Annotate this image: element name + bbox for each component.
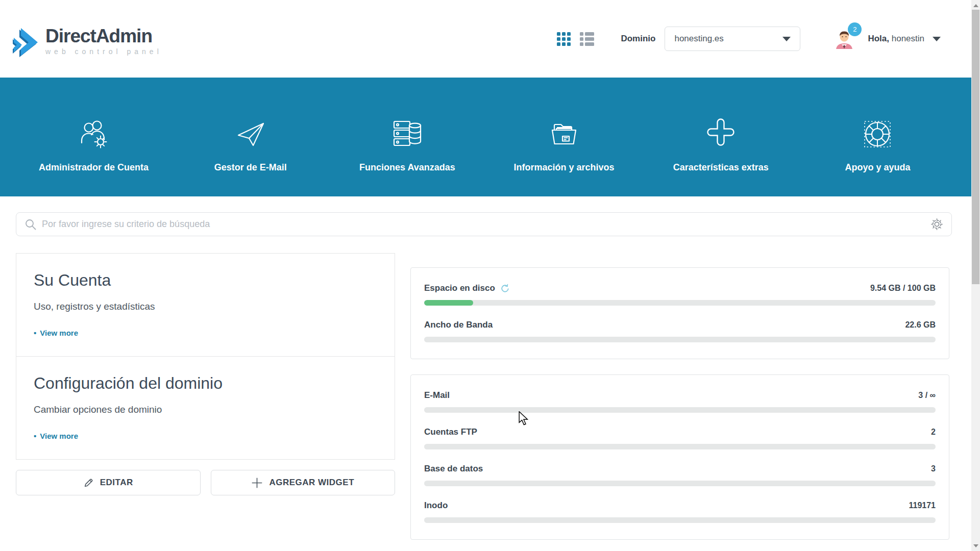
usage-label: E-Mail <box>424 390 450 400</box>
nav-item-extra-features[interactable]: Características extras <box>643 78 799 196</box>
triangle-down-icon <box>973 544 978 547</box>
logo-title: DirectAdmin <box>45 27 162 45</box>
view-more-link[interactable]: •View more <box>34 329 78 337</box>
progress-bar <box>424 407 936 413</box>
header: DirectAdmin web control panel <box>0 0 971 78</box>
usage-row-inode: Inodo 119171 <box>424 497 936 527</box>
grid-view-icon[interactable] <box>557 32 571 46</box>
paper-plane-icon <box>172 117 329 151</box>
edit-button[interactable]: EDITAR <box>16 470 201 495</box>
usage-label: Base de datos <box>424 464 483 474</box>
progress-bar <box>424 300 936 306</box>
add-widget-button[interactable]: AGREGAR WIDGET <box>211 470 396 495</box>
usage-row-databases: Base de datos 3 <box>424 461 936 490</box>
user-greeting: Hola, honestin <box>868 34 924 44</box>
usage-label: Cuentas FTP <box>424 427 477 437</box>
lifebuoy-icon <box>799 117 956 151</box>
folder-files-icon <box>486 117 643 151</box>
widget-your-account: Su Cuenta Uso, registros y estadísticas … <box>16 254 395 356</box>
directadmin-logo-icon <box>13 27 38 57</box>
view-more-link[interactable]: •View more <box>34 432 78 440</box>
widget-domain-setup: Configuración del dominio Cambiar opcion… <box>16 356 395 459</box>
domain-label: Dominio <box>621 34 655 44</box>
usage-row-disk: Espacio en disco 9.54 GB / 100 GB <box>424 280 936 310</box>
nav-item-label: Gestor de E-Mail <box>172 162 329 173</box>
list-view-icon[interactable] <box>580 32 594 46</box>
search-input[interactable] <box>42 219 930 230</box>
usage-value: 22.6 GB <box>905 320 936 330</box>
notification-badge: 2 <box>848 22 862 36</box>
nav-item-label: Características extras <box>643 162 799 173</box>
gear-icon <box>930 218 943 231</box>
avatar: 2 <box>834 29 854 49</box>
disk-bandwidth-card: Espacio en disco 9.54 GB / 100 GB <box>410 267 949 359</box>
quotas-card: E-Mail 3 / ∞ Cuentas FTP 2 Base de datos <box>410 374 949 540</box>
search-bar <box>16 212 952 236</box>
view-more-label: View more <box>40 432 78 440</box>
scroll-up-button[interactable] <box>971 1 980 10</box>
server-database-icon <box>329 117 485 151</box>
bullet-icon: • <box>34 329 36 337</box>
view-toggle <box>557 32 594 46</box>
nav-item-advanced-features[interactable]: Funciones Avanzadas <box>329 78 485 196</box>
usage-label-text: Espacio en disco <box>424 283 495 293</box>
user-greeting-bold: Hola, <box>868 34 889 43</box>
triangle-up-icon <box>973 4 978 7</box>
plus-icon <box>643 117 799 151</box>
nav-item-info-files[interactable]: Información y archivos <box>486 78 643 196</box>
pencil-icon <box>83 478 94 488</box>
widget-title: Su Cuenta <box>34 271 377 290</box>
left-column: Su Cuenta Uso, registros y estadísticas … <box>16 253 395 540</box>
search-settings-button[interactable] <box>930 218 943 231</box>
add-widget-button-label: AGREGAR WIDGET <box>269 478 354 488</box>
progress-bar <box>424 517 936 523</box>
users-gear-icon <box>15 117 172 151</box>
usage-value: 2 <box>931 428 936 437</box>
logo-text: DirectAdmin web control panel <box>45 27 162 56</box>
widget-title: Configuración del dominio <box>34 374 377 393</box>
usage-row-ftp: Cuentas FTP 2 <box>424 424 936 454</box>
progress-bar <box>424 337 936 342</box>
header-right: Dominio honesting.es 2 <box>557 0 941 78</box>
edit-button-label: EDITAR <box>100 478 133 488</box>
widget-subtitle: Cambiar opciones de dominio <box>34 404 377 415</box>
bullet-icon: • <box>34 432 36 440</box>
domain-dropdown-value: honesting.es <box>674 34 723 44</box>
scrollbar-thumb[interactable] <box>972 10 979 284</box>
usage-value: 119171 <box>909 501 936 510</box>
user-name: honestin <box>892 34 924 43</box>
vertical-scrollbar[interactable] <box>971 0 980 551</box>
domain-dropdown[interactable]: honesting.es <box>665 27 800 51</box>
widgets-panel: Su Cuenta Uso, registros y estadísticas … <box>16 253 395 460</box>
user-menu[interactable]: 2 Hola, honestin <box>834 29 941 49</box>
scroll-down-button[interactable] <box>971 541 980 550</box>
usage-value: 3 <box>931 464 936 473</box>
nav-item-label: Apoyo y ayuda <box>799 162 956 173</box>
progress-bar <box>424 481 936 486</box>
refresh-icon[interactable] <box>500 284 510 293</box>
usage-label: Inodo <box>424 500 448 511</box>
page: DirectAdmin web control panel <box>0 0 971 551</box>
main-content: Su Cuenta Uso, registros y estadísticas … <box>0 236 971 540</box>
usage-value: 3 / ∞ <box>918 391 936 400</box>
usage-value: 9.54 GB / 100 GB <box>870 284 936 293</box>
nav-item-account-admin[interactable]: Administrador de Cuenta <box>15 78 172 196</box>
nav-item-support-help[interactable]: Apoyo y ayuda <box>799 78 956 196</box>
logo-link[interactable]: DirectAdmin web control panel <box>13 27 162 57</box>
search-icon <box>24 218 37 231</box>
chevron-down-icon <box>933 37 941 41</box>
right-column: Espacio en disco 9.54 GB / 100 GB <box>410 267 949 540</box>
logo-subtitle: web control panel <box>45 47 162 56</box>
usage-row-bandwidth: Ancho de Banda 22.6 GB <box>424 317 936 346</box>
usage-row-email: E-Mail 3 / ∞ <box>424 387 936 417</box>
progress-bar <box>424 444 936 449</box>
plus-icon <box>251 477 263 489</box>
usage-label: Espacio en disco <box>424 283 510 293</box>
chevron-down-icon <box>782 37 791 41</box>
usage-label: Ancho de Banda <box>424 320 493 330</box>
widget-subtitle: Uso, registros y estadísticas <box>34 301 377 312</box>
nav-item-email-manager[interactable]: Gestor de E-Mail <box>172 78 329 196</box>
panel-actions: EDITAR AGREGAR WIDGET <box>16 470 395 495</box>
nav-item-label: Administrador de Cuenta <box>15 162 172 173</box>
nav-item-label: Funciones Avanzadas <box>329 162 485 173</box>
